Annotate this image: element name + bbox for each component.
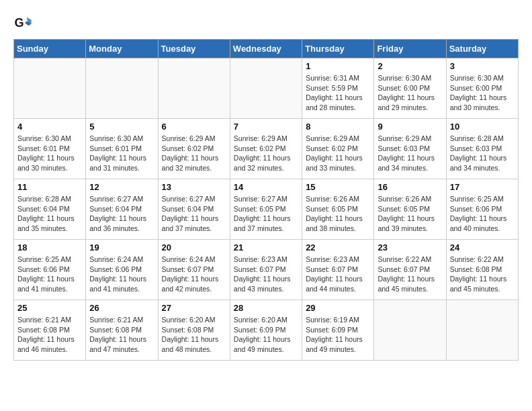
day-info: Sunrise: 6:27 AM Sunset: 6:05 PM Dayligh… bbox=[234, 194, 298, 234]
calendar-cell: 26Sunrise: 6:21 AM Sunset: 6:08 PM Dayli… bbox=[86, 300, 158, 361]
day-number: 27 bbox=[162, 303, 226, 313]
day-info: Sunrise: 6:28 AM Sunset: 6:03 PM Dayligh… bbox=[450, 134, 515, 173]
day-info: Sunrise: 6:20 AM Sunset: 6:09 PM Dayligh… bbox=[234, 315, 298, 355]
day-number: 18 bbox=[17, 242, 82, 253]
calendar-cell: 17Sunrise: 6:25 AM Sunset: 6:06 PM Dayli… bbox=[446, 179, 518, 240]
weekday-header: Monday bbox=[86, 40, 158, 58]
calendar-cell: 1Sunrise: 6:31 AM Sunset: 5:59 PM Daylig… bbox=[302, 58, 374, 119]
day-number: 7 bbox=[234, 122, 298, 132]
day-info: Sunrise: 6:30 AM Sunset: 6:01 PM Dayligh… bbox=[17, 134, 82, 173]
day-info: Sunrise: 6:26 AM Sunset: 6:05 PM Dayligh… bbox=[378, 194, 442, 234]
calendar-week-row: 25Sunrise: 6:21 AM Sunset: 6:08 PM Dayli… bbox=[14, 300, 519, 361]
day-info: Sunrise: 6:29 AM Sunset: 6:02 PM Dayligh… bbox=[306, 134, 370, 173]
logo: G bbox=[13, 13, 35, 32]
day-number: 16 bbox=[378, 182, 442, 192]
day-number: 11 bbox=[17, 182, 82, 192]
calendar-cell: 18Sunrise: 6:25 AM Sunset: 6:06 PM Dayli… bbox=[14, 240, 86, 300]
calendar-cell bbox=[86, 58, 158, 119]
day-info: Sunrise: 6:23 AM Sunset: 6:07 PM Dayligh… bbox=[306, 255, 370, 294]
calendar-cell bbox=[14, 58, 86, 119]
day-info: Sunrise: 6:21 AM Sunset: 6:08 PM Dayligh… bbox=[17, 315, 82, 355]
calendar-cell: 3Sunrise: 6:30 AM Sunset: 6:00 PM Daylig… bbox=[446, 58, 518, 119]
day-info: Sunrise: 6:21 AM Sunset: 6:08 PM Dayligh… bbox=[89, 315, 154, 355]
day-number: 22 bbox=[306, 242, 370, 253]
calendar-cell: 7Sunrise: 6:29 AM Sunset: 6:02 PM Daylig… bbox=[230, 119, 302, 179]
day-info: Sunrise: 6:30 AM Sunset: 6:01 PM Dayligh… bbox=[89, 134, 154, 173]
day-number: 12 bbox=[89, 182, 154, 192]
calendar-cell: 27Sunrise: 6:20 AM Sunset: 6:08 PM Dayli… bbox=[158, 300, 230, 361]
calendar-cell: 8Sunrise: 6:29 AM Sunset: 6:02 PM Daylig… bbox=[302, 119, 374, 179]
calendar-cell: 25Sunrise: 6:21 AM Sunset: 6:08 PM Dayli… bbox=[14, 300, 86, 361]
day-number: 25 bbox=[17, 303, 82, 313]
day-info: Sunrise: 6:19 AM Sunset: 6:09 PM Dayligh… bbox=[306, 315, 370, 355]
day-number: 9 bbox=[378, 122, 442, 132]
calendar-cell: 16Sunrise: 6:26 AM Sunset: 6:05 PM Dayli… bbox=[374, 179, 446, 240]
day-number: 6 bbox=[162, 122, 226, 132]
day-info: Sunrise: 6:26 AM Sunset: 6:05 PM Dayligh… bbox=[306, 194, 370, 234]
day-number: 2 bbox=[378, 61, 442, 71]
day-info: Sunrise: 6:22 AM Sunset: 6:07 PM Dayligh… bbox=[378, 255, 442, 294]
calendar-cell: 24Sunrise: 6:22 AM Sunset: 6:08 PM Dayli… bbox=[446, 240, 518, 300]
calendar-cell bbox=[446, 300, 518, 361]
weekday-header: Thursday bbox=[302, 40, 374, 58]
page-header: G bbox=[13, 13, 519, 32]
day-info: Sunrise: 6:25 AM Sunset: 6:06 PM Dayligh… bbox=[17, 255, 82, 294]
weekday-header: Tuesday bbox=[158, 40, 230, 58]
day-number: 29 bbox=[306, 303, 370, 313]
day-number: 28 bbox=[234, 303, 298, 313]
day-info: Sunrise: 6:20 AM Sunset: 6:08 PM Dayligh… bbox=[162, 315, 226, 355]
day-info: Sunrise: 6:24 AM Sunset: 6:07 PM Dayligh… bbox=[162, 255, 226, 294]
calendar-cell: 23Sunrise: 6:22 AM Sunset: 6:07 PM Dayli… bbox=[374, 240, 446, 300]
logo-icon: G bbox=[13, 13, 32, 32]
day-number: 14 bbox=[234, 182, 298, 192]
day-info: Sunrise: 6:30 AM Sunset: 6:00 PM Dayligh… bbox=[378, 73, 442, 113]
day-number: 10 bbox=[450, 122, 515, 132]
calendar-cell bbox=[158, 58, 230, 119]
day-number: 4 bbox=[17, 122, 82, 132]
day-info: Sunrise: 6:29 AM Sunset: 6:02 PM Dayligh… bbox=[162, 134, 226, 173]
weekday-header: Sunday bbox=[14, 40, 86, 58]
calendar-cell: 20Sunrise: 6:24 AM Sunset: 6:07 PM Dayli… bbox=[158, 240, 230, 300]
day-number: 8 bbox=[306, 122, 370, 132]
day-number: 15 bbox=[306, 182, 370, 192]
day-info: Sunrise: 6:30 AM Sunset: 6:00 PM Dayligh… bbox=[450, 73, 515, 113]
weekday-header-row: SundayMondayTuesdayWednesdayThursdayFrid… bbox=[14, 40, 519, 58]
day-info: Sunrise: 6:25 AM Sunset: 6:06 PM Dayligh… bbox=[450, 194, 515, 234]
day-number: 20 bbox=[162, 242, 226, 253]
calendar-cell: 29Sunrise: 6:19 AM Sunset: 6:09 PM Dayli… bbox=[302, 300, 374, 361]
day-info: Sunrise: 6:28 AM Sunset: 6:04 PM Dayligh… bbox=[17, 194, 82, 234]
calendar-cell: 12Sunrise: 6:27 AM Sunset: 6:04 PM Dayli… bbox=[86, 179, 158, 240]
calendar-cell: 22Sunrise: 6:23 AM Sunset: 6:07 PM Dayli… bbox=[302, 240, 374, 300]
day-info: Sunrise: 6:29 AM Sunset: 6:02 PM Dayligh… bbox=[234, 134, 298, 173]
calendar-week-row: 4Sunrise: 6:30 AM Sunset: 6:01 PM Daylig… bbox=[14, 119, 519, 179]
day-info: Sunrise: 6:22 AM Sunset: 6:08 PM Dayligh… bbox=[450, 255, 515, 294]
calendar-cell: 2Sunrise: 6:30 AM Sunset: 6:00 PM Daylig… bbox=[374, 58, 446, 119]
day-info: Sunrise: 6:24 AM Sunset: 6:06 PM Dayligh… bbox=[89, 255, 154, 294]
calendar-cell: 9Sunrise: 6:29 AM Sunset: 6:03 PM Daylig… bbox=[374, 119, 446, 179]
day-number: 23 bbox=[378, 242, 442, 253]
calendar-cell: 10Sunrise: 6:28 AM Sunset: 6:03 PM Dayli… bbox=[446, 119, 518, 179]
day-info: Sunrise: 6:23 AM Sunset: 6:07 PM Dayligh… bbox=[234, 255, 298, 294]
calendar-cell: 28Sunrise: 6:20 AM Sunset: 6:09 PM Dayli… bbox=[230, 300, 302, 361]
day-info: Sunrise: 6:29 AM Sunset: 6:03 PM Dayligh… bbox=[378, 134, 442, 173]
day-number: 24 bbox=[450, 242, 515, 253]
calendar-cell: 13Sunrise: 6:27 AM Sunset: 6:04 PM Dayli… bbox=[158, 179, 230, 240]
calendar-cell: 6Sunrise: 6:29 AM Sunset: 6:02 PM Daylig… bbox=[158, 119, 230, 179]
day-number: 1 bbox=[306, 61, 370, 71]
calendar-cell: 4Sunrise: 6:30 AM Sunset: 6:01 PM Daylig… bbox=[14, 119, 86, 179]
calendar-table: SundayMondayTuesdayWednesdayThursdayFrid… bbox=[13, 39, 519, 361]
day-number: 5 bbox=[89, 122, 154, 132]
day-info: Sunrise: 6:27 AM Sunset: 6:04 PM Dayligh… bbox=[162, 194, 226, 234]
calendar-cell: 11Sunrise: 6:28 AM Sunset: 6:04 PM Dayli… bbox=[14, 179, 86, 240]
calendar-cell bbox=[230, 58, 302, 119]
weekday-header: Saturday bbox=[446, 40, 518, 58]
calendar-week-row: 18Sunrise: 6:25 AM Sunset: 6:06 PM Dayli… bbox=[14, 240, 519, 300]
day-number: 3 bbox=[450, 61, 515, 71]
calendar-cell bbox=[374, 300, 446, 361]
calendar-week-row: 11Sunrise: 6:28 AM Sunset: 6:04 PM Dayli… bbox=[14, 179, 519, 240]
calendar-cell: 19Sunrise: 6:24 AM Sunset: 6:06 PM Dayli… bbox=[86, 240, 158, 300]
day-number: 19 bbox=[89, 242, 154, 253]
calendar-cell: 21Sunrise: 6:23 AM Sunset: 6:07 PM Dayli… bbox=[230, 240, 302, 300]
day-number: 21 bbox=[234, 242, 298, 253]
day-info: Sunrise: 6:27 AM Sunset: 6:04 PM Dayligh… bbox=[89, 194, 154, 234]
